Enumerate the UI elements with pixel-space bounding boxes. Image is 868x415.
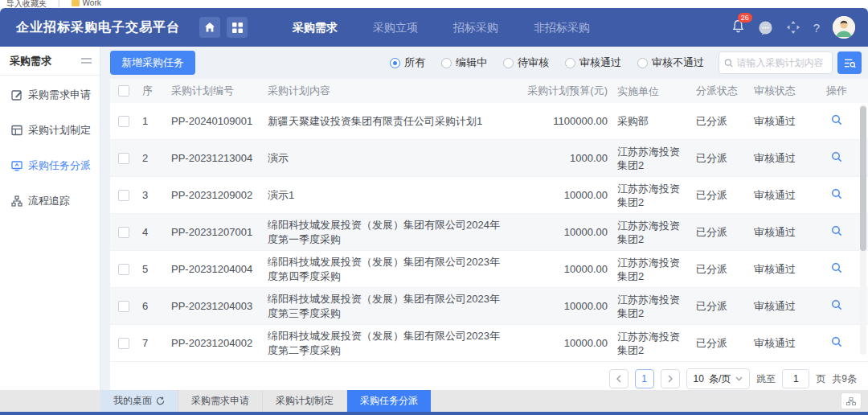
row-plan-code: PP-20231207001 bbox=[166, 223, 263, 241]
filter-radio-pending-review[interactable]: 待审核 bbox=[503, 55, 549, 70]
row-checkbox[interactable] bbox=[118, 301, 129, 312]
work-folder-bookmark[interactable]: Work bbox=[72, 0, 101, 7]
row-checkbox[interactable] bbox=[118, 227, 129, 238]
tab-my-desktop[interactable]: 我的桌面 bbox=[100, 390, 178, 412]
row-seq: 3 bbox=[137, 186, 166, 204]
tab-plan-make[interactable]: 采购计划制定 bbox=[263, 390, 347, 412]
advanced-search-button[interactable] bbox=[837, 51, 862, 74]
search-input[interactable] bbox=[736, 57, 827, 68]
sidebar-item-plan-make[interactable]: 采购计划制定 bbox=[0, 114, 100, 146]
sidebar-item-task-dispatch[interactable]: 采购任务分派 bbox=[0, 150, 100, 182]
view-detail-button[interactable] bbox=[831, 151, 842, 162]
row-unit: 江苏苏海投资集团2 bbox=[612, 179, 691, 212]
row-checkbox[interactable] bbox=[118, 153, 129, 164]
sidebar-item-process-trace[interactable]: 流程追踪 bbox=[0, 185, 100, 217]
sidebar-item-demand-apply[interactable]: 采购需求申请 bbox=[0, 79, 100, 111]
monitor-share-icon bbox=[11, 160, 23, 171]
scrollbar-thumb[interactable] bbox=[860, 106, 866, 251]
toolbar: 新增采购任务 所有 编辑中 待审核 审核通过 审核不通过 bbox=[110, 47, 868, 79]
work-folder-label: Work bbox=[83, 0, 101, 7]
filter-radio-approved[interactable]: 审核通过 bbox=[565, 55, 621, 70]
sitemap-icon bbox=[11, 195, 23, 207]
row-seq: 1 bbox=[137, 112, 166, 130]
row-checkbox[interactable] bbox=[118, 190, 129, 201]
row-plan-content: 绵阳科技城发展投资（发展）集团有限公司2023年度第三季度采购 bbox=[263, 289, 514, 324]
row-plan-code: PP-20231204003 bbox=[166, 297, 263, 315]
apps-grid-button[interactable] bbox=[227, 17, 248, 38]
row-audit-status: 审核通过 bbox=[749, 222, 818, 243]
row-checkbox[interactable] bbox=[118, 338, 129, 349]
sidebar-item-label: 采购计划制定 bbox=[28, 123, 91, 138]
view-detail-button[interactable] bbox=[831, 299, 842, 310]
row-plan-code: PP-20231204002 bbox=[166, 334, 263, 352]
messages-button[interactable] bbox=[758, 20, 773, 35]
filter-radio-rejected[interactable]: 审核不通过 bbox=[637, 55, 704, 70]
sidebar-title: 采购需求 bbox=[10, 54, 51, 68]
row-dispatch-status: 已分派 bbox=[691, 111, 749, 132]
radio-icon bbox=[637, 58, 648, 68]
magnifier-icon bbox=[831, 299, 842, 310]
table-row: 1 PP-20240109001 新疆天聚建设投资集团有限责任公司采购计划1 1… bbox=[110, 103, 868, 140]
row-unit: 江苏苏海投资集团2 bbox=[612, 290, 691, 323]
view-detail-button[interactable] bbox=[831, 225, 842, 236]
row-checkbox[interactable] bbox=[118, 264, 129, 275]
nav-tab-non-bidding-procurement[interactable]: 非招标采购 bbox=[516, 8, 608, 47]
view-detail-button[interactable] bbox=[831, 262, 842, 273]
refresh-icon bbox=[156, 397, 165, 405]
navigation-button[interactable] bbox=[786, 20, 800, 35]
add-task-button[interactable]: 新增采购任务 bbox=[110, 51, 195, 75]
current-page[interactable]: 1 bbox=[635, 369, 654, 388]
filter-radio-all[interactable]: 所有 bbox=[390, 55, 425, 70]
chevron-down-icon bbox=[735, 376, 743, 381]
nav-tab-procurement-initiation[interactable]: 采购立项 bbox=[355, 8, 436, 47]
bottom-bar-tools bbox=[841, 390, 868, 412]
next-page-button[interactable] bbox=[661, 369, 680, 388]
col-header-budget: 采购计划预算(元) bbox=[514, 80, 612, 101]
select-all-checkbox[interactable] bbox=[118, 85, 129, 97]
apps-grid-icon bbox=[232, 23, 243, 33]
move-arrows-icon bbox=[786, 20, 800, 35]
filter-label: 待审核 bbox=[518, 55, 549, 70]
row-plan-content: 绵阳科技城发展投资（发展）集团有限公司2023年度第二季度采购 bbox=[263, 326, 514, 361]
user-avatar[interactable] bbox=[833, 16, 855, 39]
import-bookmarks-link[interactable]: 导入收藏夹 bbox=[6, 0, 47, 8]
chevron-left-icon bbox=[616, 375, 622, 383]
tab-list-button[interactable] bbox=[841, 392, 862, 409]
tab-task-dispatch[interactable]: 采购任务分派 bbox=[347, 390, 431, 412]
tabs-overview-icon bbox=[846, 397, 856, 405]
sidebar-item-label: 流程追踪 bbox=[28, 194, 70, 208]
col-header-plan-content: 采购计划内容 bbox=[263, 80, 514, 101]
magnifier-icon bbox=[831, 225, 842, 236]
row-budget: 10000.00 bbox=[514, 297, 612, 315]
magnifier-icon bbox=[831, 336, 842, 347]
home-button[interactable] bbox=[199, 17, 220, 38]
notification-badge: 26 bbox=[738, 13, 752, 23]
row-seq: 5 bbox=[137, 260, 166, 278]
jump-page-input[interactable] bbox=[782, 369, 809, 388]
search-box bbox=[719, 51, 833, 74]
radio-icon bbox=[441, 58, 452, 68]
view-detail-button[interactable] bbox=[831, 188, 842, 199]
app-header: 企业招标采购电子交易平台 采购需求 采购立项 招标采购 非招标采购 26 ? bbox=[0, 8, 868, 47]
table-row: 2 PP-20231213004 演示 1000.00 江苏苏海投资集团2 已分… bbox=[110, 140, 868, 177]
row-audit-status: 审核通过 bbox=[749, 333, 818, 354]
prev-page-button[interactable] bbox=[609, 369, 628, 388]
row-dispatch-status: 已分派 bbox=[691, 333, 749, 354]
row-checkbox[interactable] bbox=[118, 116, 129, 127]
row-dispatch-status: 已分派 bbox=[691, 296, 749, 317]
notifications-button[interactable]: 26 bbox=[731, 19, 745, 36]
row-plan-content: 演示 bbox=[263, 148, 514, 169]
col-header-operation: 操作 bbox=[818, 80, 855, 101]
view-detail-button[interactable] bbox=[831, 336, 842, 347]
row-audit-status: 审核通过 bbox=[749, 111, 818, 132]
page-size-value: 10 bbox=[694, 373, 704, 384]
nav-tab-bidding-procurement[interactable]: 招标采购 bbox=[436, 8, 516, 47]
filter-radio-editing[interactable]: 编辑中 bbox=[441, 55, 487, 70]
nav-tab-procurement-demand[interactable]: 采购需求 bbox=[275, 8, 355, 47]
table-scrollbar[interactable] bbox=[860, 105, 866, 355]
page-size-select[interactable]: 10 条/页 bbox=[686, 368, 751, 389]
tab-demand-apply[interactable]: 采购需求申请 bbox=[178, 390, 263, 412]
collapse-menu-icon[interactable] bbox=[81, 58, 92, 64]
view-detail-button[interactable] bbox=[831, 114, 842, 125]
help-button[interactable]: ? bbox=[813, 21, 820, 35]
